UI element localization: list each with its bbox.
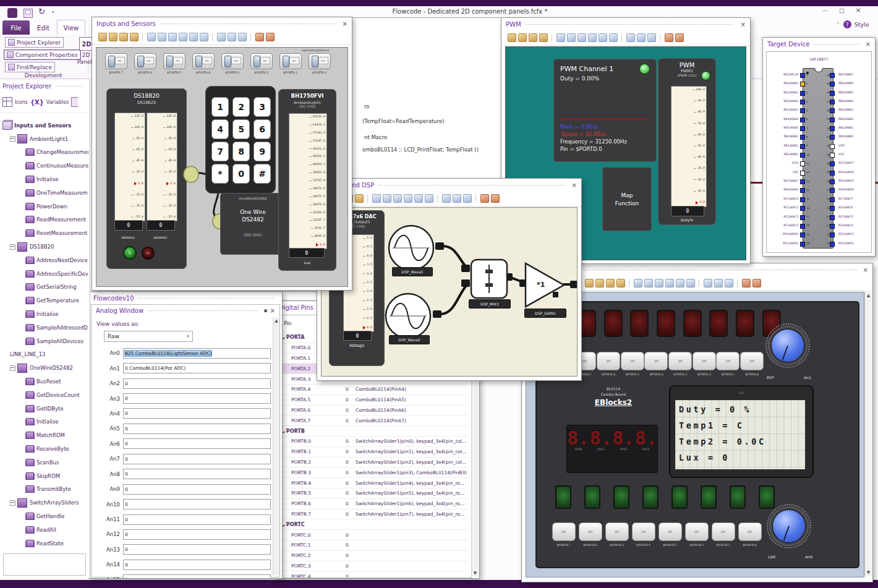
find-replace-button[interactable]: Find/Replace [5,62,55,72]
close-icon[interactable]: × [572,182,577,189]
pin-label-right[interactable]: RB3/ANB3 [838,108,853,111]
tree-expander[interactable] [10,244,15,250]
tree-item[interactable]: AddressNextDevice [1,254,88,267]
port-switch-button[interactable]: Off [740,352,764,370]
tree-item[interactable]: ChangeMeasuremen [1,146,88,160]
pin-pad-right[interactable] [830,82,835,87]
pin-label-left[interactable]: RA2/ANA2 [769,100,798,103]
pin-pad-left[interactable] [800,161,805,166]
pin-pad-left[interactable] [800,215,805,220]
undo-icon[interactable]: ↻ [38,7,45,16]
configure-icon[interactable] [704,279,712,288]
pin-pad-right[interactable] [830,153,835,158]
port-switch-button[interactable]: Off [597,352,620,370]
keypad-key[interactable]: 5 [232,119,250,139]
pin-label-right[interactable]: RC5/ANC5 [838,215,853,218]
pin-label-right[interactable]: RB0/ANB0 [838,135,853,138]
port-switch-button[interactable]: Off [668,352,692,370]
pin-label-left[interactable]: RA7/ANA7 [769,179,798,182]
configure-icon[interactable] [217,33,226,41]
pin-pad-left[interactable] [800,108,805,113]
pin-label-left[interactable]: RE1/ANE1 [769,144,798,147]
pin-label-left[interactable]: RA6/ANA6 [769,188,798,191]
pwm-titlebar[interactable]: PWM × [501,18,750,30]
world-icon[interactable] [480,194,489,203]
pwm-slider[interactable]: 100.090.080.070.060.050.040.030.020.010.… [671,86,707,207]
component-properties-button[interactable]: Component Properties [4,49,81,60]
digital-pin-row[interactable]: PORTB.3 0 SwitchArraySlider1(pin3), Comb… [279,467,468,478]
tree-item[interactable]: ResetMeasurement [1,226,88,240]
tree-item[interactable]: SwitchArraySliders [1,496,88,509]
port-switch-button[interactable]: Off [579,522,602,541]
pin-pad-right[interactable] [830,179,835,184]
keypad-key[interactable]: 1 [211,97,229,117]
snap-icon[interactable] [676,279,684,288]
pin-label-left[interactable]: VSS [769,171,798,174]
camera-icon[interactable] [609,33,618,42]
pin-label-left[interactable]: RE2/ANE2 [769,153,798,156]
pin-pad-right[interactable] [830,232,835,237]
scroll-up-icon[interactable]: ▲ [273,318,279,323]
tree-item[interactable]: Inputs and Sensors [1,119,88,132]
pin-label-left[interactable]: RA0/ANA0 [769,82,798,85]
pin-label-right[interactable]: VSS [838,153,844,156]
port-switch-button[interactable]: Off [716,352,739,370]
orbit-icon[interactable] [539,33,548,42]
snap-icon[interactable] [599,33,607,42]
properties-icon[interactable] [238,33,247,41]
pan-icon[interactable] [109,33,117,41]
tree-item[interactable]: Initialise [1,307,88,321]
project-explorer-titlebar[interactable]: Project Explorer [0,80,90,92]
analog-value-field[interactable]: 0 [123,454,271,464]
rotate-icon[interactable] [119,33,128,41]
pin-label-right[interactable]: VDD [838,144,845,147]
tree-item[interactable]: OneWireDS2482 [1,361,88,375]
properties-icon[interactable] [463,194,472,203]
pin-pad-right[interactable] [830,91,835,96]
cursor-icon[interactable] [98,33,107,41]
analog-value-field[interactable]: 0 [123,560,271,570]
pin-label-right[interactable]: RC6/ANC6 [838,206,853,209]
pin-label-left[interactable]: VDD [769,161,798,164]
close-icon[interactable]: × [866,41,871,48]
pin-label-left[interactable]: RC2/ANC2 [769,215,798,218]
reset-view-icon[interactable] [675,33,684,42]
pin-label-left[interactable]: RC3/ANC3 [769,224,798,227]
tree-item[interactable]: SampleAddressedD [1,321,88,334]
outputs-titlebar[interactable]: Outputs and DSP × [317,179,581,191]
sep[interactable] [367,195,368,203]
world-icon[interactable] [665,33,673,42]
rotate-icon[interactable] [606,279,615,288]
analog-value-field[interactable]: 0 [123,484,271,495]
sep[interactable] [212,33,213,41]
connections-icon[interactable] [637,33,646,42]
keypad-key[interactable]: 8 [232,142,250,161]
orbit-icon[interactable] [616,279,625,288]
connections-icon[interactable] [453,194,461,203]
bring-front-icon[interactable] [567,33,576,42]
bring-front-icon[interactable] [158,33,166,41]
save-icon[interactable] [23,9,33,18]
pin-label-right[interactable]: RD3/AND3 [838,232,854,236]
analog-value-field[interactable]: 825 ComboBL0114(LightSensor ADC) [123,348,271,359]
tree-item[interactable]: DS18B20 [1,240,88,254]
connections-icon[interactable] [228,33,236,41]
pan-icon[interactable] [595,279,604,288]
analog-value-field[interactable]: 0 [123,544,271,555]
digital-pin-row[interactable]: PORTB.5 0 SwitchArraySlider1(pin5), keyp… [279,488,468,499]
digital-pin-row[interactable]: PORTB.4 0 SwitchArraySlider1(pin4), keyp… [279,478,468,488]
digital-pin-row[interactable]: PORTC.3 0 [279,561,468,572]
cursor-icon[interactable] [508,33,516,42]
tree-item[interactable]: SkipROM [1,469,88,483]
pin-pad-right[interactable] [830,161,835,166]
pin-label-left[interactable]: RE3/MCLR [769,73,798,76]
tree-item[interactable]: GetIDByte [1,402,88,415]
configure-icon[interactable] [442,194,451,203]
digital-pin-row[interactable]: PORTC.4 0 [279,571,468,578]
analog-scrollbar[interactable]: ▲ [273,317,279,576]
macros-icon[interactable] [71,97,78,107]
close-icon[interactable]: × [741,21,746,28]
digital-pin-row[interactable]: PORTB.2 0 SwitchArraySlider1(pin2), keyp… [279,458,468,468]
port-switch-button[interactable]: Off [605,522,629,541]
camera-icon[interactable] [425,194,433,203]
